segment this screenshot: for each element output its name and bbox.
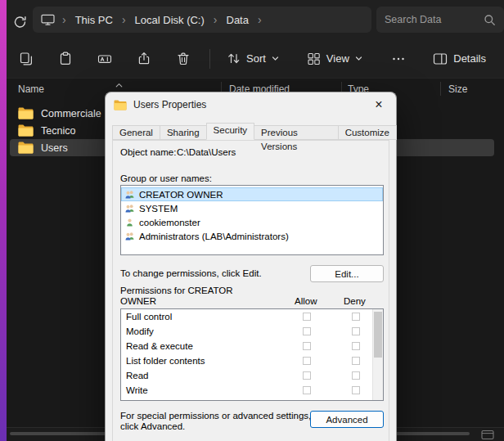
group-name: SYSTEM bbox=[139, 204, 178, 214]
group-list-item[interactable]: CREATOR OWNER bbox=[121, 187, 383, 201]
folder-icon bbox=[18, 124, 34, 137]
sort-button[interactable]: Sort bbox=[218, 44, 287, 74]
deny-checkbox[interactable] bbox=[352, 386, 360, 394]
trash-icon bbox=[176, 52, 191, 66]
share-button[interactable] bbox=[128, 44, 160, 74]
this-pc-icon bbox=[41, 13, 55, 26]
advanced-settings-hint: For special permissions or advanced sett… bbox=[120, 411, 313, 432]
breadcrumb-this-pc[interactable]: This PC bbox=[72, 14, 116, 26]
permissions-for-label: Permissions for CREATOR OWNER bbox=[120, 286, 243, 307]
details-label: Details bbox=[453, 52, 486, 65]
toolbar: Sort View bbox=[7, 39, 504, 79]
share-icon bbox=[137, 52, 151, 66]
group-list-label: Group or user names: bbox=[120, 173, 212, 183]
folder-icon bbox=[114, 100, 127, 110]
permission-row[interactable]: Modify bbox=[121, 324, 383, 339]
deny-column-header: Deny bbox=[344, 296, 366, 306]
screen: › This PC › Local Disk (C:) › Data › Sea… bbox=[0, 0, 504, 441]
copy-button[interactable] bbox=[10, 44, 43, 74]
allow-checkbox[interactable] bbox=[303, 386, 311, 394]
paste-button[interactable] bbox=[49, 44, 82, 74]
rename-button[interactable] bbox=[88, 44, 121, 74]
permission-row[interactable]: List folder contents bbox=[121, 353, 383, 368]
dialog-tabs: General Sharing Security Previous Versio… bbox=[112, 123, 396, 140]
sort-icon bbox=[227, 52, 241, 65]
allow-column-header: Allow bbox=[295, 296, 317, 306]
folder-icon bbox=[18, 107, 34, 119]
search-icon[interactable] bbox=[484, 14, 496, 26]
tab-security[interactable]: Security bbox=[206, 123, 255, 140]
rename-icon bbox=[97, 52, 112, 66]
group-list-item[interactable]: SYSTEM bbox=[121, 201, 383, 215]
group-icon bbox=[124, 232, 135, 241]
permission-row[interactable]: Read bbox=[121, 368, 383, 383]
group-list-item[interactable]: Administrators (LAB\Administrators) bbox=[121, 229, 383, 243]
group-icon bbox=[124, 190, 135, 200]
edit-button[interactable]: Edit... bbox=[310, 265, 384, 282]
address-bar[interactable]: › This PC › Local Disk (C:) › Data › bbox=[33, 7, 371, 33]
advanced-button[interactable]: Advanced bbox=[310, 411, 384, 428]
group-name: Administrators (LAB\Administrators) bbox=[139, 232, 289, 241]
breadcrumb-local-disk-c[interactable]: Local Disk (C:) bbox=[132, 14, 208, 26]
allow-checkbox[interactable] bbox=[303, 313, 311, 321]
permission-row[interactable]: Write bbox=[121, 383, 383, 398]
allow-checkbox[interactable] bbox=[303, 371, 311, 380]
delete-button[interactable] bbox=[167, 44, 200, 74]
tab-previous-versions[interactable]: Previous Versions bbox=[254, 125, 339, 140]
allow-checkbox[interactable] bbox=[303, 327, 311, 335]
permission-row[interactable]: Read & execute bbox=[121, 339, 383, 353]
object-name-value: C:\Data\Users bbox=[177, 147, 236, 157]
tab-customize[interactable]: Customize bbox=[338, 125, 397, 140]
toolbar-divider bbox=[209, 49, 210, 69]
view-toggle-icon[interactable] bbox=[481, 430, 494, 440]
edit-permissions-hint: To change permissions, click Edit. bbox=[120, 268, 262, 278]
chevron-down-icon bbox=[355, 55, 362, 62]
permissions-scrollbar[interactable] bbox=[372, 309, 383, 400]
more-dots-icon bbox=[391, 52, 406, 66]
permissions-list: Full control Modify Read & execute List … bbox=[120, 308, 384, 401]
view-button[interactable]: View bbox=[299, 44, 371, 74]
deny-checkbox[interactable] bbox=[352, 313, 360, 321]
more-options-button[interactable] bbox=[382, 44, 415, 74]
chevron-right-icon: › bbox=[116, 13, 132, 26]
close-glyph: × bbox=[375, 97, 382, 112]
search-placeholder: Search Data bbox=[385, 14, 484, 25]
permission-name: Modify bbox=[126, 326, 154, 336]
column-header-name[interactable]: Name bbox=[18, 83, 44, 95]
group-list-item[interactable]: cookiemonster bbox=[121, 215, 383, 229]
object-name-label: Object name: bbox=[120, 147, 176, 157]
close-icon[interactable]: × bbox=[367, 95, 391, 115]
group-name: cookiemonster bbox=[139, 218, 200, 227]
column-divider[interactable] bbox=[440, 82, 441, 96]
group-name: CREATOR OWNER bbox=[139, 190, 223, 200]
allow-checkbox[interactable] bbox=[303, 342, 311, 350]
refresh-icon bbox=[13, 15, 28, 29]
chevron-right-icon: › bbox=[56, 13, 72, 26]
column-header-size[interactable]: Size bbox=[448, 83, 467, 95]
refresh-button[interactable] bbox=[10, 11, 31, 33]
permission-name: Full control bbox=[126, 312, 172, 322]
search-box[interactable]: Search Data bbox=[376, 7, 504, 33]
scrollbar-thumb[interactable] bbox=[374, 312, 382, 358]
deny-checkbox[interactable] bbox=[352, 371, 360, 380]
tab-general[interactable]: General bbox=[112, 125, 160, 140]
user-icon bbox=[124, 218, 135, 227]
breadcrumb-data[interactable]: Data bbox=[223, 14, 252, 26]
dialog-title: Users Properties bbox=[133, 99, 206, 110]
permission-row[interactable]: Full control bbox=[121, 309, 383, 324]
allow-checkbox[interactable] bbox=[303, 357, 311, 365]
view-grid-icon bbox=[307, 52, 321, 65]
tab-sharing[interactable]: Sharing bbox=[160, 125, 207, 140]
view-label: View bbox=[326, 52, 349, 65]
deny-checkbox[interactable] bbox=[352, 327, 360, 335]
details-button[interactable]: Details bbox=[426, 44, 493, 74]
paste-icon bbox=[58, 52, 73, 66]
details-pane-icon bbox=[433, 52, 448, 66]
file-name: Tecnico bbox=[41, 125, 75, 137]
explorer-topbar: › This PC › Local Disk (C:) › Data › Sea… bbox=[7, 0, 504, 39]
deny-checkbox[interactable] bbox=[352, 342, 360, 350]
group-user-list: CREATOR OWNER SYSTEM bbox=[120, 185, 384, 255]
deny-checkbox[interactable] bbox=[352, 357, 360, 365]
chevron-down-icon bbox=[272, 55, 279, 62]
dialog-titlebar[interactable]: Users Properties × bbox=[106, 92, 396, 117]
